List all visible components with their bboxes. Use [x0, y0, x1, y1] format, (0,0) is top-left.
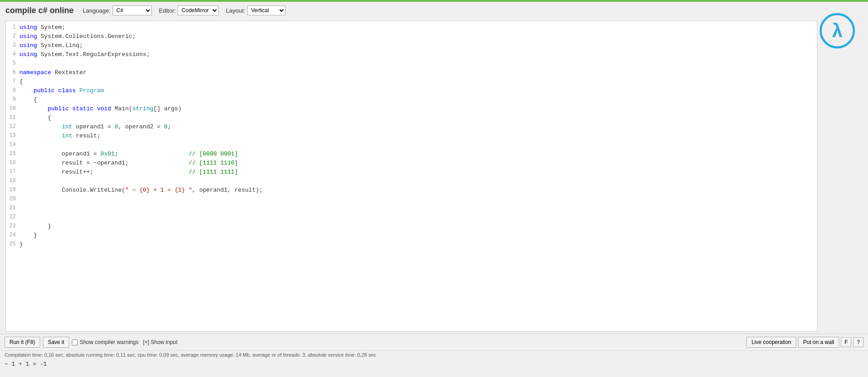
- layout-select[interactable]: Vertical Horizontal: [247, 5, 286, 15]
- status-text: Compilation time: 0,16 sec, absolute run…: [5, 352, 376, 358]
- editor-wrapper: 1 using System; 2 using System.Collectio…: [0, 19, 868, 334]
- editor-select[interactable]: CodeMirror Ace: [178, 5, 219, 15]
- show-compiler-warnings-checkbox[interactable]: [72, 339, 78, 345]
- table-row: 4 using System.Text.RegularExpressions;: [6, 50, 817, 59]
- table-row: 11 {: [6, 113, 817, 123]
- table-row: 5: [6, 59, 817, 68]
- table-row: 10 public static void Main(string[] args…: [6, 104, 817, 113]
- table-row: 12 int operand1 = 0, operand2 = 0;: [6, 123, 817, 132]
- table-row: 15 operand1 = 0x01; // [0000 0001]: [6, 150, 817, 159]
- output-text: ~ 1 + 1 = -1: [5, 361, 47, 368]
- site-title: compile c# online: [5, 6, 74, 15]
- table-row: 25 }: [6, 240, 817, 249]
- table-row: 14: [6, 141, 817, 150]
- table-row: 17 result++; // [1111 1111]: [6, 168, 817, 177]
- table-row: 24 }: [6, 231, 817, 240]
- bottom-toolbar: Run it (F8) Save it Show compiler warnin…: [0, 334, 868, 350]
- editor-label: Editor:: [159, 7, 176, 14]
- live-cooperation-button[interactable]: Live cooperation: [746, 337, 796, 348]
- output-area: ~ 1 + 1 = -1: [0, 359, 868, 377]
- table-row: 18: [6, 177, 817, 186]
- f-button[interactable]: F: [841, 337, 851, 347]
- put-on-wall-button[interactable]: Put on a wall: [798, 337, 839, 348]
- table-row: 1 using System;: [6, 23, 817, 32]
- table-row: 9 {: [6, 95, 817, 104]
- header: compile c# online Language: C# Java Pyth…: [0, 2, 868, 19]
- table-row: 22: [6, 213, 817, 222]
- table-row: 16 result = ~operand1; // [1111 1110]: [6, 159, 817, 168]
- table-row: 7 {: [6, 77, 817, 86]
- table-row: 2 using System.Collections.Generic;: [6, 32, 817, 41]
- status-bar: Compilation time: 0,16 sec, absolute run…: [0, 350, 868, 359]
- table-row: 21: [6, 204, 817, 213]
- lambda-logo: λ: [819, 13, 855, 49]
- table-row: 19 Console.WriteLine(" ~ {0} + 1 = {1} "…: [6, 186, 817, 195]
- right-toolbar: Live cooperation Put on a wall F ?: [746, 337, 863, 348]
- table-row: 6 namespace Rextester: [6, 68, 817, 77]
- table-row: 23 }: [6, 222, 817, 231]
- show-input-toggle[interactable]: [+] Show input: [143, 339, 177, 345]
- table-row: 3 using System.Linq;: [6, 41, 817, 50]
- code-content: 1 using System; 2 using System.Collectio…: [6, 23, 817, 249]
- show-compiler-warnings-label[interactable]: Show compiler warnings: [72, 339, 138, 345]
- svg-text:λ: λ: [832, 20, 842, 41]
- save-button[interactable]: Save it: [43, 337, 70, 348]
- table-row: 13 int result;: [6, 132, 817, 141]
- help-button[interactable]: ?: [853, 337, 863, 347]
- table-row: 8 public class Program: [6, 86, 817, 95]
- table-row: 20: [6, 195, 817, 204]
- layout-label: Layout:: [226, 7, 245, 14]
- language-select[interactable]: C# Java Python C++ JavaScript: [113, 5, 152, 15]
- code-editor[interactable]: 1 using System; 2 using System.Collectio…: [5, 21, 817, 332]
- run-button[interactable]: Run it (F8): [5, 337, 40, 348]
- language-label: Language:: [83, 7, 110, 14]
